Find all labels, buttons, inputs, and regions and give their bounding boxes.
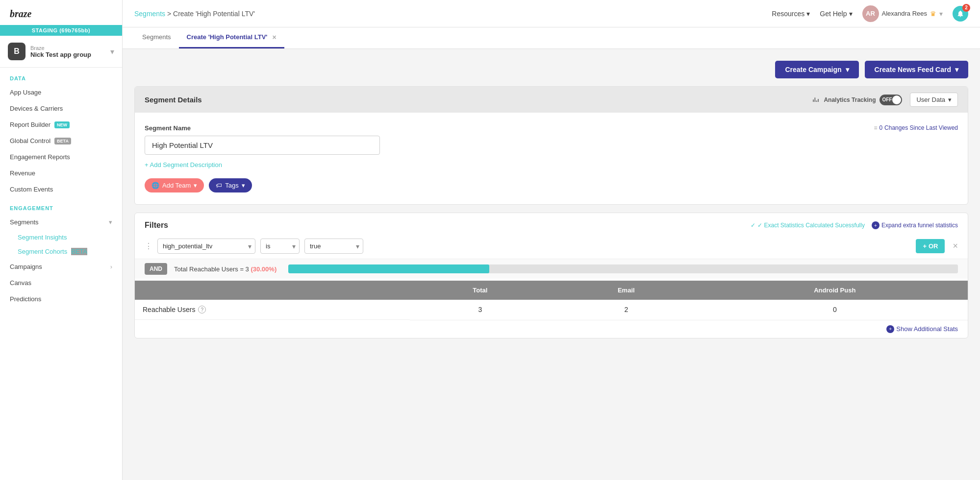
tab-segments-label: Segments (142, 33, 171, 41)
tags-row: 🌐 Add Team ▾ 🏷 Tags ▾ (145, 178, 958, 192)
new-badge: NEW (54, 121, 70, 128)
analytics-tracking-section: Analytics Tracking OFF (812, 95, 902, 105)
cell-android-push: 0 (702, 300, 968, 320)
user-data-button[interactable]: User Data ▾ (910, 93, 958, 107)
tab-create-segment[interactable]: Create 'High Potential LTV' × (179, 27, 284, 48)
col-header-email: Email (551, 281, 702, 300)
create-news-feed-button[interactable]: Create News Feed Card ▾ (865, 61, 968, 78)
breadcrumb-current: Create 'High Potential LTV' (173, 10, 255, 18)
user-menu[interactable]: AR Alexandra Rees ♛ ▾ (862, 5, 943, 22)
analytics-toggle[interactable]: OFF (879, 95, 902, 105)
create-news-feed-chevron-icon: ▾ (955, 66, 958, 73)
sidebar-subitem-segment-cohorts[interactable]: Segment Cohorts BETA (0, 244, 122, 259)
breadcrumb-segments-link[interactable]: Segments (134, 10, 165, 18)
sidebar-item-predictions[interactable]: Predictions (0, 291, 122, 307)
user-data-label: User Data (916, 96, 945, 103)
reachable-progress-bar (288, 264, 958, 273)
sidebar-subitem-segment-insights[interactable]: Segment Insights (0, 230, 122, 244)
data-section-label: DATA (0, 68, 122, 84)
globe-icon: 🌐 (151, 182, 159, 189)
campaigns-chevron-icon: › (110, 263, 112, 270)
app-group-selector[interactable]: B Braze Nick Test app group ▾ (0, 36, 122, 68)
and-button[interactable]: AND (145, 263, 167, 275)
tags-label: Tags (225, 182, 238, 189)
exact-stats-label: ✓ Exact Statistics Calculated Sucessfull… (757, 222, 865, 229)
sidebar-item-engagement-reports[interactable]: Engagement Reports (0, 149, 122, 165)
value-select[interactable]: true (304, 239, 363, 254)
analytics-label: Analytics Tracking (824, 96, 876, 103)
attribute-select[interactable]: high_potential_ltv (157, 239, 255, 254)
sidebar-item-report-builder[interactable]: Report Builder NEW (0, 117, 122, 133)
sidebar-item-app-usage[interactable]: App Usage (0, 84, 122, 100)
sidebar-item-label: App Usage (10, 89, 41, 96)
changes-label[interactable]: Changes Since Last Viewed (884, 124, 958, 131)
close-tab-icon[interactable]: × (272, 33, 276, 41)
expand-funnel-link[interactable]: + Expand extra funnel statistics (872, 221, 958, 229)
segment-details-card: Segment Details Analytics Tracking OFF U… (134, 86, 968, 205)
filters-title: Filters (145, 221, 168, 230)
user-data-chevron-icon: ▾ (948, 96, 952, 103)
check-icon: ✓ (751, 222, 755, 229)
resources-link[interactable]: Resources ▾ (772, 10, 810, 18)
sidebar-item-revenue[interactable]: Revenue (0, 165, 122, 181)
sidebar-subitem-label: Segment Insights (18, 234, 67, 241)
breadcrumb: Segments > Create 'High Potential LTV' (134, 10, 255, 18)
engagement-section-label: ENGAGEMENT (0, 197, 122, 214)
user-name: Alexandra Rees (882, 10, 928, 17)
create-campaign-chevron-icon: ▾ (846, 66, 849, 73)
svg-text:braze: braze (10, 8, 32, 19)
sidebar-item-campaigns[interactable]: Campaigns › (0, 259, 122, 275)
user-chevron-icon: ▾ (939, 10, 943, 18)
remove-filter-icon[interactable]: × (953, 241, 958, 251)
get-help-link[interactable]: Get Help ▾ (820, 10, 852, 18)
sidebar-item-global-control[interactable]: Global Control BETA (0, 133, 122, 149)
sidebar-item-label: Engagement Reports (10, 153, 70, 161)
top-navigation: Segments > Create 'High Potential LTV' R… (123, 0, 980, 27)
sidebar-item-label: Campaigns (10, 263, 42, 270)
user-avatar: AR (862, 5, 879, 22)
add-team-label: Add Team (162, 182, 191, 189)
tab-create-label: Create 'High Potential LTV' (187, 33, 268, 41)
reachable-pct: (30.00%) (251, 265, 276, 273)
tags-button[interactable]: 🏷 Tags ▾ (209, 178, 251, 192)
filters-header: Filters ✓ ✓ Exact Statistics Calculated … (135, 213, 968, 234)
app-company: Braze (30, 45, 110, 51)
reachable-users-label: Reachable Users (143, 306, 195, 313)
operator-select[interactable]: is (260, 239, 300, 254)
staging-badge: STAGING (69b765bb) (0, 25, 122, 36)
tags-chevron-icon: ▾ (242, 182, 245, 189)
drag-handle-icon[interactable]: ⋮ (145, 241, 152, 251)
get-help-label: Get Help (820, 10, 847, 18)
segment-details-title: Segment Details (145, 96, 202, 104)
table-row: Reachable Users ? 3 2 0 (135, 300, 968, 320)
or-button[interactable]: + OR (916, 239, 945, 253)
segment-details-body: Segment Name ≡ 0 Changes Since Last View… (135, 113, 968, 204)
add-description-link[interactable]: + Add Segment Description (145, 161, 222, 168)
cell-email: 2 (551, 300, 702, 320)
main-content: Segments > Create 'High Potential LTV' R… (123, 0, 980, 480)
notifications-button[interactable]: 2 (953, 6, 968, 22)
sidebar-item-devices-carriers[interactable]: Devices & Carriers (0, 100, 122, 117)
crown-icon: ♛ (930, 10, 936, 18)
add-team-button[interactable]: 🌐 Add Team ▾ (145, 178, 204, 192)
create-campaign-button[interactable]: Create Campaign ▾ (775, 61, 858, 78)
resources-label: Resources (772, 10, 804, 18)
segment-name-input[interactable] (145, 136, 380, 155)
show-additional-stats[interactable]: + Show Additional Stats (135, 320, 968, 338)
analytics-icon (812, 96, 820, 104)
sidebar-item-custom-events[interactable]: Custom Events (0, 181, 122, 197)
sidebar-item-label: Predictions (10, 295, 41, 303)
info-icon[interactable]: ? (198, 306, 206, 313)
exact-stats-status: ✓ ✓ Exact Statistics Calculated Sucessfu… (751, 222, 865, 229)
sidebar-item-canvas[interactable]: Canvas (0, 275, 122, 291)
add-team-chevron-icon: ▾ (194, 182, 197, 189)
create-campaign-label: Create Campaign (785, 66, 841, 73)
sidebar-item-segments[interactable]: Segments ▾ (0, 214, 122, 230)
app-icon: B (8, 43, 25, 60)
expand-funnel-label: Expand extra funnel statistics (881, 222, 958, 229)
and-row: AND Total Reachable Users = 3 (30.00%) (135, 259, 968, 279)
brand-logo: braze (0, 0, 122, 25)
tab-segments[interactable]: Segments (134, 27, 179, 48)
plus-circle-icon: + (886, 325, 894, 333)
filters-card: Filters ✓ ✓ Exact Statistics Calculated … (134, 213, 968, 338)
